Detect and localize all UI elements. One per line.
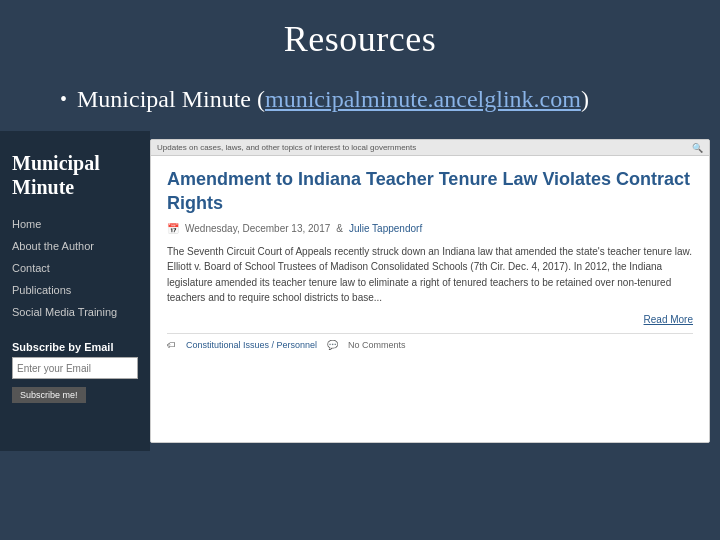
- sidebar: Municipal Minute Home About the Author C…: [0, 131, 150, 451]
- article-author[interactable]: Julie Tappendorf: [349, 223, 422, 234]
- search-icon: 🔍: [692, 143, 703, 153]
- bullet-text-after: ): [581, 86, 589, 112]
- article-author-separator: &: [336, 223, 343, 234]
- article-tag[interactable]: Constitutional Issues / Personnel: [186, 340, 317, 350]
- article-body: The Seventh Circuit Court of Appeals rec…: [167, 244, 693, 306]
- article-readmore: Read More: [167, 314, 693, 325]
- bullet-text: Municipal Minute (municipalminute.ancelg…: [77, 84, 589, 115]
- article-title: Amendment to Indiana Teacher Tenure Law …: [167, 168, 693, 215]
- bullet-dot-icon: •: [60, 88, 67, 111]
- article-divider: [167, 333, 693, 334]
- header-section: Resources: [0, 0, 720, 74]
- browser-area: Updates on cases, laws, and other topics…: [150, 139, 710, 443]
- sidebar-item-publications[interactable]: Publications: [0, 279, 150, 301]
- sidebar-item-contact[interactable]: Contact: [0, 257, 150, 279]
- municipal-minute-link[interactable]: municipalminute.ancelglink.com: [265, 86, 581, 112]
- comment-icon: 💬: [327, 340, 338, 350]
- calendar-icon: 📅: [167, 223, 179, 234]
- page-title: Resources: [40, 18, 680, 60]
- sidebar-subscribe: Subscribe by Email Subscribe me!: [0, 341, 150, 403]
- bottom-area: Municipal Minute Home About the Author C…: [0, 131, 720, 451]
- subscribe-button[interactable]: Subscribe me!: [12, 387, 86, 403]
- browser-topbar: Updates on cases, laws, and other topics…: [151, 140, 709, 156]
- bullet-section: • Municipal Minute (municipalminute.ance…: [0, 74, 720, 131]
- sidebar-title: Municipal Minute: [0, 141, 150, 213]
- sidebar-item-about[interactable]: About the Author: [0, 235, 150, 257]
- browser-content: Amendment to Indiana Teacher Tenure Law …: [151, 156, 709, 442]
- bullet-item: • Municipal Minute (municipalminute.ance…: [60, 84, 680, 115]
- article-comments: No Comments: [348, 340, 406, 350]
- sidebar-item-home[interactable]: Home: [0, 213, 150, 235]
- bullet-text-before: Municipal Minute (: [77, 86, 265, 112]
- category-icon: 🏷: [167, 340, 176, 350]
- sidebar-item-social-media-training[interactable]: Social Media Training: [0, 301, 150, 323]
- article-footer: 🏷 Constitutional Issues / Personnel 💬 No…: [167, 340, 693, 350]
- subscribe-label: Subscribe by Email: [12, 341, 138, 353]
- email-input[interactable]: [12, 357, 138, 379]
- article-meta: 📅 Wednesday, December 13, 2017 & Julie T…: [167, 223, 693, 234]
- sidebar-nav: Home About the Author Contact Publicatio…: [0, 213, 150, 323]
- browser-subtitle: Updates on cases, laws, and other topics…: [157, 143, 416, 152]
- article-date: Wednesday, December 13, 2017: [185, 223, 330, 234]
- read-more-link[interactable]: Read More: [644, 314, 693, 325]
